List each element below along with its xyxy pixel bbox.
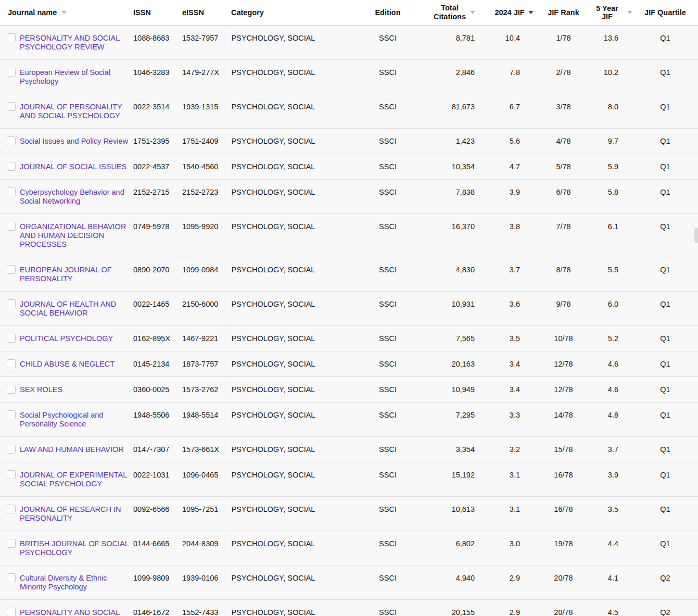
jif-quartile-cell: Q1 — [632, 59, 698, 94]
journal-link[interactable]: ORGANIZATIONAL BEHAVIOR AND HUMAN DECISI… — [20, 222, 129, 249]
col-header-total-citations[interactable]: Total Citations — [416, 0, 492, 25]
journal-name-cell: BRITISH JOURNAL OF SOCIAL PSYCHOLOGY — [0, 531, 130, 565]
category-cell: PSYCHOLOGY, SOCIAL — [224, 325, 359, 351]
jif-quartile-cell: Q1 — [632, 496, 698, 531]
journal-link[interactable]: JOURNAL OF PERSONALITY AND SOCIAL PSYCHO… — [20, 103, 129, 120]
edition-cell: SSCI — [359, 59, 416, 94]
journal-name-cell: JOURNAL OF HEALTH AND SOCIAL BEHAVIOR — [0, 291, 130, 325]
journal-link[interactable]: CHILD ABUSE & NEGLECT — [20, 360, 129, 369]
journal-name-cell: PERSONALITY AND SOCIAL PSYCHOLOGY REVIEW — [0, 25, 130, 59]
journal-name-cell: Social Issues and Policy Review — [0, 128, 130, 154]
journal-link[interactable]: JOURNAL OF HEALTH AND SOCIAL BEHAVIOR — [20, 300, 129, 318]
journal-link[interactable]: PERSONALITY AND SOCIAL PSYCHOLOGY BULLET… — [20, 608, 129, 616]
five-year-jif-cell: 4.1 — [591, 565, 632, 599]
sort-descending-icon[interactable] — [627, 11, 632, 14]
journal-link[interactable]: European Review of Social Psychology — [20, 68, 129, 86]
edition-cell: SSCI — [359, 291, 416, 325]
table-row: Social Psychological and Personality Sci… — [0, 402, 698, 436]
col-header-journal-name[interactable]: Journal name — [0, 0, 130, 25]
row-checkbox[interactable] — [7, 505, 16, 513]
eissn-cell: 1096-0465 — [179, 462, 224, 496]
jif-2024-cell: 3.1 — [492, 462, 536, 496]
issn-cell: 0022-1465 — [130, 291, 179, 325]
edition-cell: SSCI — [359, 402, 416, 436]
category-cell: PSYCHOLOGY, SOCIAL — [224, 128, 359, 154]
five-year-jif-cell: 5.5 — [591, 257, 632, 291]
jif-quartile-cell: Q1 — [632, 351, 698, 376]
jif-rank-cell: 15/78 — [536, 436, 591, 462]
issn-cell: 2152-2715 — [130, 179, 179, 213]
journal-link[interactable]: JOURNAL OF RESEARCH IN PERSONALITY — [20, 505, 129, 523]
col-label-jif-quartile: JIF Quartile — [644, 8, 686, 17]
table-row: SEX ROLES 0360-0025 1573-2762 PSYCHOLOGY… — [0, 376, 698, 402]
edition-cell: SSCI — [359, 94, 416, 128]
journal-link[interactable]: Cyberpsychology Behavior and Social Netw… — [20, 188, 129, 206]
row-checkbox[interactable] — [7, 299, 16, 308]
eissn-cell: 1095-9920 — [179, 213, 224, 257]
row-checkbox[interactable] — [7, 359, 16, 368]
edition-cell: SSCI — [359, 496, 416, 531]
journal-name-cell: Cyberpsychology Behavior and Social Netw… — [0, 179, 130, 213]
col-label-5-year-jif: 5 Year JIF — [591, 4, 624, 21]
table-row: EUROPEAN JOURNAL OF PERSONALITY 0890-207… — [0, 257, 698, 291]
row-checkbox[interactable] — [7, 334, 16, 343]
row-checkbox[interactable] — [7, 445, 16, 454]
table-body: PERSONALITY AND SOCIAL PSYCHOLOGY REVIEW… — [0, 25, 698, 616]
journal-link[interactable]: PERSONALITY AND SOCIAL PSYCHOLOGY REVIEW — [20, 34, 129, 52]
journal-link[interactable]: Social Psychological and Personality Sci… — [20, 411, 129, 429]
row-checkbox[interactable] — [7, 265, 16, 274]
journal-link[interactable]: POLITICAL PSYCHOLOGY — [20, 334, 129, 343]
row-checkbox[interactable] — [7, 187, 16, 196]
journal-link[interactable]: EUROPEAN JOURNAL OF PERSONALITY — [20, 266, 129, 283]
issn-cell: 0890-2070 — [130, 257, 179, 291]
row-checkbox[interactable] — [7, 410, 16, 419]
total-citations-cell: 1,423 — [416, 128, 492, 154]
sort-descending-active-icon[interactable] — [528, 11, 534, 14]
col-header-issn: ISSN — [130, 0, 179, 25]
issn-cell: 1099-9809 — [130, 565, 179, 599]
eissn-cell: 2044-8309 — [179, 531, 224, 565]
journal-link[interactable]: SEX ROLES — [20, 385, 129, 394]
row-checkbox[interactable] — [7, 68, 16, 77]
jif-quartile-cell: Q1 — [632, 179, 698, 213]
eissn-cell: 2150-6000 — [179, 291, 224, 325]
row-checkbox[interactable] — [7, 102, 16, 111]
edition-cell: SSCI — [359, 531, 416, 565]
col-label-2024-jif: 2024 JIF — [494, 8, 524, 17]
row-checkbox[interactable] — [7, 33, 16, 42]
journal-link[interactable]: JOURNAL OF EXPERIMENTAL SOCIAL PSYCHOLOG… — [20, 471, 129, 488]
issn-cell: 1751-2395 — [130, 128, 179, 154]
row-checkbox[interactable] — [7, 136, 16, 145]
jif-rank-cell: 20/78 — [536, 599, 591, 616]
row-checkbox[interactable] — [7, 222, 16, 231]
journal-name-cell: SEX ROLES — [0, 376, 130, 402]
row-checkbox[interactable] — [7, 573, 16, 582]
edition-cell: SSCI — [359, 213, 416, 257]
col-header-2024-jif[interactable]: 2024 JIF — [492, 0, 536, 25]
journal-link[interactable]: BRITISH JOURNAL OF SOCIAL PSYCHOLOGY — [20, 539, 129, 557]
col-header-5-year-jif[interactable]: 5 Year JIF — [591, 0, 632, 25]
total-citations-cell: 16,370 — [416, 213, 492, 257]
jif-2024-cell: 3.1 — [492, 496, 536, 531]
edition-cell: SSCI — [359, 565, 416, 599]
eissn-cell: 1099-0984 — [179, 257, 224, 291]
jif-2024-cell: 3.4 — [492, 376, 536, 402]
table-row: Cultural Diversity & Ethnic Minority Psy… — [0, 565, 698, 599]
journal-link[interactable]: Social Issues and Policy Review — [20, 137, 129, 146]
col-header-category: Category — [224, 0, 359, 25]
row-checkbox[interactable] — [7, 539, 16, 548]
row-checkbox[interactable] — [7, 470, 16, 479]
table-row: BRITISH JOURNAL OF SOCIAL PSYCHOLOGY 014… — [0, 531, 698, 565]
journal-link[interactable]: LAW AND HUMAN BEHAVIOR — [20, 445, 129, 454]
category-cell: PSYCHOLOGY, SOCIAL — [224, 402, 359, 436]
journal-link[interactable]: Cultural Diversity & Ethnic Minority Psy… — [20, 574, 129, 592]
sort-descending-icon[interactable] — [470, 11, 475, 14]
row-checkbox[interactable] — [7, 385, 16, 394]
five-year-jif-cell: 4.4 — [591, 531, 632, 565]
row-checkbox[interactable] — [7, 608, 16, 616]
journal-link[interactable]: JOURNAL OF SOCIAL ISSUES — [20, 162, 129, 171]
sort-descending-icon[interactable] — [61, 11, 67, 14]
row-checkbox[interactable] — [7, 162, 16, 171]
scrollbar-thumb[interactable] — [694, 228, 698, 243]
journal-name-cell: European Review of Social Psychology — [0, 59, 130, 94]
